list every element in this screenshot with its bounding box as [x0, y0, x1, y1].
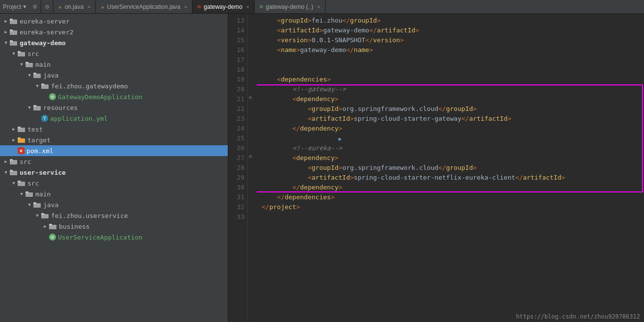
tab-gateway-demo2[interactable]: ⚙ gateway-demo (..) ✕ — [255, 0, 325, 13]
sidebar-item-target[interactable]: ▶ target — [0, 134, 228, 145]
user-service-label: user-service — [20, 169, 66, 176]
sidebar-item-gateway-demo-app[interactable]: ⚙ GatewayDemoApplication — [0, 91, 228, 102]
sidebar-item-src2[interactable]: ▶ src — [0, 156, 228, 167]
svg-rect-25 — [18, 181, 21, 183]
code-line-23: <artifactId>spring-cloud-starter-gateway… — [262, 114, 644, 124]
sidebar-item-user-service-app[interactable]: ⚙ UserServiceApplication — [0, 232, 228, 242]
src2-label: src — [20, 158, 31, 165]
arrow-icon: ▶ — [2, 158, 10, 165]
arrow-icon: ▶ — [41, 222, 49, 230]
sidebar-item-gateway-demo[interactable]: ▼ gateway-demo — [0, 37, 228, 48]
watermark: https://blog.csdn.net/zhou920786312 — [516, 313, 640, 320]
code-line-25: ■ — [262, 134, 644, 143]
code-line-15: <version>0.0.1-SNAPSHOT</version> — [262, 35, 644, 45]
sidebar-item-fei-zhou-userservice[interactable]: ▼ fei.zhou.userservice — [0, 210, 228, 221]
yaml-spring-icon: Y — [41, 115, 48, 122]
code-line-16: <name>gateway-demo</name> — [262, 45, 644, 55]
business-label: business — [59, 223, 90, 230]
sidebar-item-resources[interactable]: ▼ resources — [0, 102, 228, 113]
tab-userservice[interactable]: ☕ UserServiceApplication.java ✕ — [96, 0, 192, 13]
java-file-icon2: ☕ — [101, 3, 104, 10]
arrow-icon: ▶ — [2, 17, 10, 25]
code-line-32: </project> — [262, 202, 644, 212]
chevron-down-icon[interactable]: ▼ — [23, 4, 26, 9]
sidebar-item-eureka-server2[interactable]: ▶ eureka-server2 — [0, 27, 228, 37]
code-line-33 — [262, 212, 644, 222]
spring-java-icon: ⚙ — [49, 93, 56, 100]
tab-onjava[interactable]: ☕ on.java ✕ — [54, 0, 96, 13]
arrow-icon: ▼ — [2, 168, 10, 176]
arrow-icon: ▼ — [2, 39, 10, 47]
fei-zhou-gatewaydemo-label: fei.zhou.gatewaydemo — [51, 82, 128, 90]
eureka-server2-label: eureka-server2 — [20, 28, 74, 36]
tab-onjava-label: on.java — [65, 3, 84, 10]
sidebar-item-src3[interactable]: ▼ src — [0, 178, 228, 188]
maven-icon: m — [18, 147, 25, 154]
target-label: target — [27, 136, 51, 144]
java-file-icon: ☕ — [58, 3, 62, 10]
tab-gateway-pom-label: gateway-demo — [204, 3, 242, 10]
code-line-13: <groupId>fei.zhou</groupId> — [262, 16, 644, 26]
tab-gateway-pom-close[interactable]: ✕ — [246, 4, 249, 9]
sidebar-item-main2[interactable]: ▼ main — [0, 188, 228, 199]
svg-rect-29 — [33, 202, 36, 204]
sidebar-item-business[interactable]: ▶ business — [0, 221, 228, 232]
tab-gateway-demo2-label: gateway-demo (..) — [266, 3, 313, 10]
sidebar-item-src[interactable]: ▼ src — [0, 48, 228, 59]
code-line-20: <!--gateway--> — [262, 84, 644, 94]
sidebar-item-fei-zhou-gatewaydemo[interactable]: ▼ fei.zhou.gatewaydemo — [0, 80, 228, 91]
code-line-21: <dependency> — [262, 94, 644, 104]
arrow-icon: ▼ — [33, 212, 41, 219]
svg-rect-3 — [10, 29, 13, 31]
sidebar-item-user-service[interactable]: ▼ user-service — [0, 167, 228, 178]
arrow-icon: ▶ — [2, 28, 10, 36]
arrow-icon: ▼ — [10, 179, 18, 187]
arrow-icon: ▼ — [33, 82, 41, 90]
sidebar-item-application-yml[interactable]: Y application.yml — [0, 113, 228, 124]
user-service-app-label: UserServiceApplication — [58, 234, 142, 241]
sidebar-item-pom-xml[interactable]: m pom.xml — [0, 145, 228, 156]
sidebar-item-test[interactable]: ▶ test — [0, 124, 228, 134]
code-line-14: <artifactId>gateway-demo</artifactId> — [262, 26, 644, 35]
svg-rect-9 — [26, 62, 28, 64]
sidebar-item-java2[interactable]: ▼ java — [0, 199, 228, 210]
fold-icon-27[interactable]: ⊖ — [249, 153, 252, 160]
sidebar: ▶ eureka-server ▶ eureka-server2 ▼ gatew… — [0, 14, 228, 322]
tabs-container: ⊞ ⚙ ☕ on.java ✕ ☕ UserServiceApplication… — [29, 0, 644, 13]
tab-userservice-close[interactable]: ✕ — [184, 4, 187, 9]
test-label: test — [27, 126, 43, 133]
code-line-22: <groupId>org.springframework.cloud</grou… — [262, 104, 644, 114]
java-label: java — [43, 72, 58, 79]
arrow-icon: ▶ — [10, 125, 18, 133]
tab-settings[interactable]: ⚙ — [41, 0, 54, 13]
code-line-28: <groupId>org.springframework.cloud</grou… — [262, 163, 644, 173]
arrow-icon: ▼ — [26, 71, 33, 79]
arrow-icon: ▶ — [10, 136, 18, 144]
sidebar-item-eureka-server[interactable]: ▶ eureka-server — [0, 16, 228, 27]
svg-rect-11 — [33, 73, 36, 75]
code-content[interactable]: <groupId>fei.zhou</groupId> <artifactId>… — [257, 14, 644, 322]
fold-gutter: ⊖ ⊖ — [248, 14, 257, 322]
code-line-31: </dependencies> — [262, 192, 644, 202]
svg-rect-33 — [49, 224, 52, 226]
code-line-24: </dependency> — [262, 124, 644, 134]
fold-icon-21[interactable]: ⊖ — [249, 94, 252, 101]
tab-gateway-demo2-close[interactable]: ✕ — [317, 4, 320, 9]
sidebar-item-java[interactable]: ▼ java — [0, 70, 228, 80]
main-label: main — [35, 61, 51, 68]
tab-bar: Project ▼ ⊞ ⚙ ☕ on.java ✕ ☕ UserServiceA… — [0, 0, 644, 14]
sidebar-item-main[interactable]: ▼ main — [0, 59, 228, 70]
svg-rect-23 — [10, 170, 13, 172]
eureka-server-label: eureka-server — [20, 18, 70, 25]
line-numbers: 13 14 15 16 17 18 19 20 21 22 23 24 25 2… — [228, 14, 248, 322]
svg-rect-15 — [33, 105, 36, 107]
tab-structure[interactable]: ⊞ — [29, 0, 41, 13]
svg-rect-19 — [18, 137, 21, 139]
tab-gateway-pom[interactable]: m gateway-demo ✕ — [192, 0, 254, 13]
spring-java-icon2: ⚙ — [49, 234, 56, 241]
tab-onjava-close[interactable]: ✕ — [87, 4, 90, 9]
main-layout: ▶ eureka-server ▶ eureka-server2 ▼ gatew… — [0, 14, 644, 322]
resources-label: resources — [43, 104, 78, 111]
fei-zhou-userservice-label: fei.zhou.userservice — [51, 212, 128, 219]
svg-rect-1 — [10, 19, 13, 21]
